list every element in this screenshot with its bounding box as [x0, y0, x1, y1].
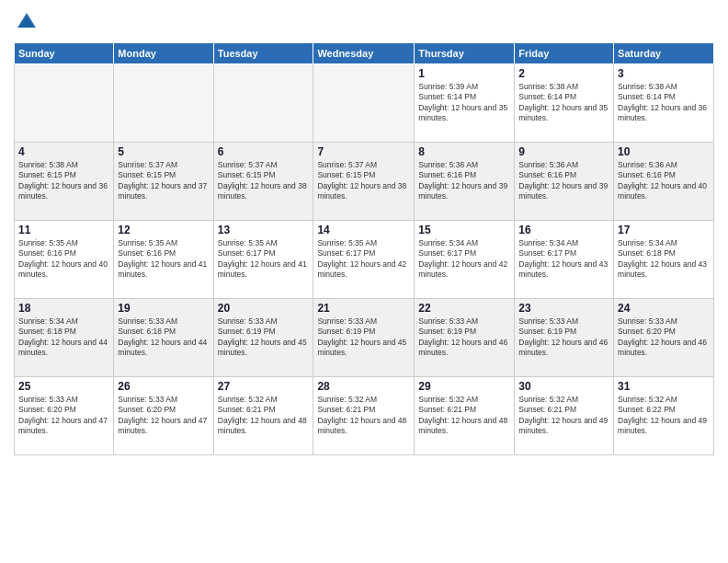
day-number: 21: [317, 302, 410, 315]
calendar-header-tuesday: Tuesday: [213, 43, 313, 64]
day-info: Sunrise: 5:33 AMSunset: 6:18 PMDaylight:…: [118, 316, 209, 359]
calendar-header-row: SundayMondayTuesdayWednesdayThursdayFrid…: [15, 43, 714, 64]
day-info: Sunrise: 5:38 AMSunset: 6:15 PMDaylight:…: [18, 160, 109, 202]
day-number: 4: [18, 145, 109, 158]
calendar-cell: 21Sunrise: 5:33 AMSunset: 6:19 PMDayligh…: [313, 299, 415, 377]
calendar-header-wednesday: Wednesday: [313, 43, 415, 64]
day-number: 9: [518, 145, 609, 158]
day-number: 13: [218, 224, 310, 236]
day-info: Sunrise: 5:34 AMSunset: 6:17 PMDaylight:…: [418, 238, 510, 281]
day-number: 31: [618, 380, 710, 393]
calendar-cell: 30Sunrise: 5:32 AMSunset: 6:21 PMDayligh…: [515, 377, 614, 455]
day-info: Sunrise: 5:36 AMSunset: 6:16 PMDaylight:…: [518, 160, 609, 202]
day-number: 15: [418, 224, 510, 236]
day-number: 10: [618, 145, 710, 158]
calendar-header-friday: Friday: [515, 43, 614, 64]
day-info: Sunrise: 5:32 AMSunset: 6:21 PMDaylight:…: [317, 395, 410, 437]
day-number: 3: [618, 67, 710, 80]
calendar-week-5: 25Sunrise: 5:33 AMSunset: 6:20 PMDayligh…: [15, 377, 714, 455]
day-number: 20: [218, 302, 310, 315]
day-info: Sunrise: 5:34 AMSunset: 6:18 PMDaylight:…: [618, 238, 710, 281]
day-number: 19: [118, 302, 209, 315]
calendar-cell: 29Sunrise: 5:32 AMSunset: 6:21 PMDayligh…: [415, 377, 515, 455]
day-number: 16: [518, 224, 609, 236]
calendar-cell: 16Sunrise: 5:34 AMSunset: 6:17 PMDayligh…: [515, 221, 614, 299]
day-info: Sunrise: 5:33 AMSunset: 6:20 PMDaylight:…: [118, 395, 209, 437]
day-info: Sunrise: 5:33 AMSunset: 6:19 PMDaylight:…: [218, 316, 310, 359]
day-info: Sunrise: 5:33 AMSunset: 6:20 PMDaylight:…: [618, 316, 710, 359]
day-number: 14: [317, 224, 410, 236]
calendar-header-monday: Monday: [114, 43, 213, 64]
calendar-cell: 24Sunrise: 5:33 AMSunset: 6:20 PMDayligh…: [614, 299, 714, 377]
calendar-table: SundayMondayTuesdayWednesdayThursdayFrid…: [14, 42, 714, 455]
day-info: Sunrise: 5:35 AMSunset: 6:16 PMDaylight:…: [18, 238, 109, 281]
day-info: Sunrise: 5:33 AMSunset: 6:19 PMDaylight:…: [317, 316, 410, 359]
day-info: Sunrise: 5:32 AMSunset: 6:21 PMDaylight:…: [218, 395, 310, 437]
day-number: 28: [317, 380, 410, 393]
day-info: Sunrise: 5:35 AMSunset: 6:17 PMDaylight:…: [218, 238, 310, 281]
calendar-cell: 7Sunrise: 5:37 AMSunset: 6:15 PMDaylight…: [313, 143, 415, 221]
calendar-cell: 19Sunrise: 5:33 AMSunset: 6:18 PMDayligh…: [114, 299, 213, 377]
calendar-cell: 9Sunrise: 5:36 AMSunset: 6:16 PMDaylight…: [515, 143, 614, 221]
calendar-cell: 23Sunrise: 5:33 AMSunset: 6:19 PMDayligh…: [515, 299, 614, 377]
day-info: Sunrise: 5:34 AMSunset: 6:18 PMDaylight:…: [18, 316, 109, 359]
day-number: 24: [618, 302, 710, 315]
day-number: 17: [618, 224, 710, 236]
day-info: Sunrise: 5:32 AMSunset: 6:21 PMDaylight:…: [518, 395, 609, 437]
day-number: 26: [118, 380, 209, 393]
calendar-cell: 31Sunrise: 5:32 AMSunset: 6:22 PMDayligh…: [614, 377, 714, 455]
day-number: 7: [317, 145, 410, 158]
calendar-cell: [114, 64, 213, 143]
calendar-week-4: 18Sunrise: 5:34 AMSunset: 6:18 PMDayligh…: [15, 299, 714, 377]
calendar-cell: 12Sunrise: 5:35 AMSunset: 6:16 PMDayligh…: [114, 221, 213, 299]
calendar-cell: 6Sunrise: 5:37 AMSunset: 6:15 PMDaylight…: [213, 143, 313, 221]
day-info: Sunrise: 5:32 AMSunset: 6:21 PMDaylight:…: [418, 395, 510, 437]
logo-icon: [14, 9, 40, 35]
day-info: Sunrise: 5:36 AMSunset: 6:16 PMDaylight:…: [618, 160, 710, 202]
day-info: Sunrise: 5:37 AMSunset: 6:15 PMDaylight:…: [218, 160, 310, 202]
calendar-cell: [313, 64, 415, 143]
day-number: 11: [18, 224, 109, 236]
day-number: 8: [418, 145, 510, 158]
calendar-cell: 8Sunrise: 5:36 AMSunset: 6:16 PMDaylight…: [415, 143, 515, 221]
calendar-header-saturday: Saturday: [614, 43, 714, 64]
day-number: 1: [418, 67, 510, 80]
day-number: 2: [518, 67, 609, 80]
day-info: Sunrise: 5:38 AMSunset: 6:14 PMDaylight:…: [618, 82, 710, 124]
calendar-cell: 26Sunrise: 5:33 AMSunset: 6:20 PMDayligh…: [114, 377, 213, 455]
day-info: Sunrise: 5:38 AMSunset: 6:14 PMDaylight:…: [518, 82, 609, 124]
day-info: Sunrise: 5:37 AMSunset: 6:15 PMDaylight:…: [118, 160, 209, 202]
calendar-cell: [213, 64, 313, 143]
calendar-week-1: 1Sunrise: 5:39 AMSunset: 6:14 PMDaylight…: [15, 64, 714, 143]
day-info: Sunrise: 5:37 AMSunset: 6:15 PMDaylight:…: [317, 160, 410, 202]
calendar-week-3: 11Sunrise: 5:35 AMSunset: 6:16 PMDayligh…: [15, 221, 714, 299]
calendar-cell: [15, 64, 114, 143]
calendar-cell: 22Sunrise: 5:33 AMSunset: 6:19 PMDayligh…: [415, 299, 515, 377]
day-number: 22: [418, 302, 510, 315]
day-number: 25: [18, 380, 109, 393]
calendar-cell: 17Sunrise: 5:34 AMSunset: 6:18 PMDayligh…: [614, 221, 714, 299]
calendar-cell: 1Sunrise: 5:39 AMSunset: 6:14 PMDaylight…: [415, 64, 515, 143]
calendar-header-sunday: Sunday: [15, 43, 114, 64]
calendar-cell: 18Sunrise: 5:34 AMSunset: 6:18 PMDayligh…: [15, 299, 114, 377]
day-info: Sunrise: 5:34 AMSunset: 6:17 PMDaylight:…: [518, 238, 609, 281]
day-info: Sunrise: 5:33 AMSunset: 6:19 PMDaylight:…: [518, 316, 609, 359]
day-number: 12: [118, 224, 209, 236]
day-number: 27: [218, 380, 310, 393]
calendar-cell: 5Sunrise: 5:37 AMSunset: 6:15 PMDaylight…: [114, 143, 213, 221]
day-info: Sunrise: 5:35 AMSunset: 6:16 PMDaylight:…: [118, 238, 209, 281]
calendar-cell: 25Sunrise: 5:33 AMSunset: 6:20 PMDayligh…: [15, 377, 114, 455]
calendar-header-thursday: Thursday: [415, 43, 515, 64]
day-info: Sunrise: 5:39 AMSunset: 6:14 PMDaylight:…: [418, 82, 510, 124]
calendar-week-2: 4Sunrise: 5:38 AMSunset: 6:15 PMDaylight…: [15, 143, 714, 221]
day-number: 30: [518, 380, 609, 393]
calendar-cell: 27Sunrise: 5:32 AMSunset: 6:21 PMDayligh…: [213, 377, 313, 455]
calendar-cell: 20Sunrise: 5:33 AMSunset: 6:19 PMDayligh…: [213, 299, 313, 377]
day-info: Sunrise: 5:33 AMSunset: 6:19 PMDaylight:…: [418, 316, 510, 359]
calendar-cell: 2Sunrise: 5:38 AMSunset: 6:14 PMDaylight…: [515, 64, 614, 143]
day-info: Sunrise: 5:36 AMSunset: 6:16 PMDaylight:…: [418, 160, 510, 202]
calendar-cell: 14Sunrise: 5:35 AMSunset: 6:17 PMDayligh…: [313, 221, 415, 299]
day-number: 5: [118, 145, 209, 158]
calendar-cell: 15Sunrise: 5:34 AMSunset: 6:17 PMDayligh…: [415, 221, 515, 299]
calendar-page: SundayMondayTuesdayWednesdayThursdayFrid…: [0, 0, 728, 563]
